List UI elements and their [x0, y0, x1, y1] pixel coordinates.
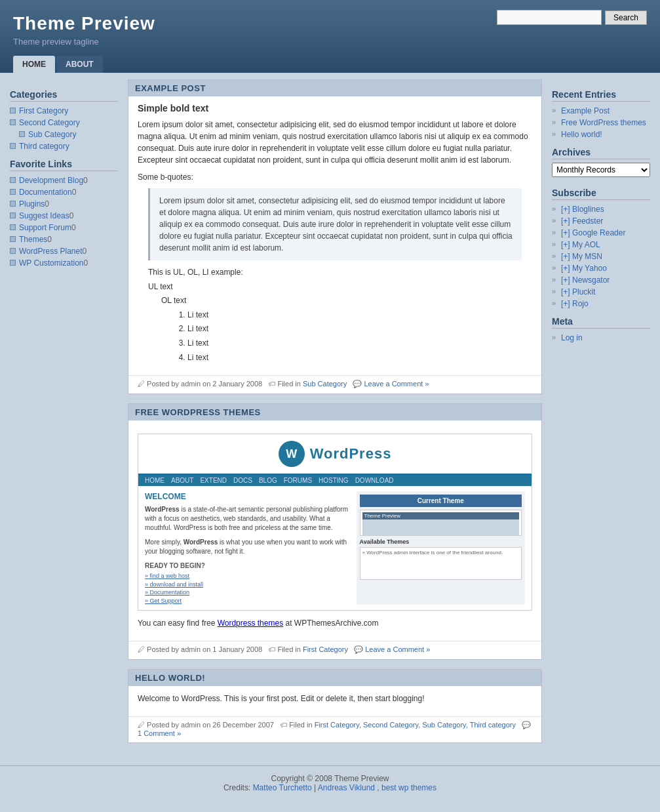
- wp-nav-home: HOME: [145, 477, 165, 484]
- wp-link-documentation[interactable]: » Documentation: [145, 588, 351, 597]
- wp-logo-bar: W WordPress: [138, 434, 532, 475]
- sidebar-link-development[interactable]: Development Blog0: [10, 174, 118, 186]
- nav-about[interactable]: ABOUT: [56, 56, 103, 73]
- subscribe-my-msn[interactable]: [+] My MSN: [552, 251, 650, 262]
- post-title-bar-3: HELLO WORLD!: [128, 670, 541, 686]
- sidebar-link-suggest[interactable]: Suggest Ideas0: [10, 210, 118, 222]
- recent-entry-2[interactable]: Free WordPress themes: [552, 117, 650, 129]
- post-category-link-2[interactable]: First Category: [303, 645, 348, 653]
- wp-nav-forums: FORUMS: [284, 477, 312, 484]
- wp-welcome-title: WELCOME: [145, 491, 351, 502]
- post-category-link-1[interactable]: Sub Category: [303, 380, 347, 388]
- post-body-text-3: Welcome to WordPress. This is your first…: [138, 693, 532, 704]
- post-meta-1: 🖊 Posted by admin on 2 January 2008 🏷 Fi…: [128, 375, 541, 394]
- sidebar-link-documentation[interactable]: Documentation0: [10, 186, 118, 198]
- subscribe-newsgator[interactable]: [+] Newsgator: [552, 274, 650, 286]
- footer-credits: Credits: Matteo Turchetto | Andreas Vikl…: [8, 783, 652, 792]
- post-body-1: Simple bold text Lorem ipsum dolor sit a…: [128, 96, 541, 375]
- main-content: EXAMPLE POST Simple bold text Lorem ipsu…: [121, 79, 549, 752]
- nav: HOME ABOUT: [13, 56, 647, 73]
- sidebar-link-plugins[interactable]: Plugins0: [10, 198, 118, 210]
- post-body-text-2: You can easy find free Wordpress themes …: [138, 617, 532, 629]
- sidebar-link-wp-planet[interactable]: WordPress Planet0: [10, 245, 118, 257]
- post-author-date-1: Posted by admin on 2 January 2008: [147, 380, 262, 388]
- search-button[interactable]: Search: [605, 10, 647, 25]
- header: Search Theme Preview Theme preview tagli…: [0, 0, 660, 73]
- post-example: EXAMPLE POST Simple bold text Lorem ipsu…: [128, 79, 542, 394]
- post-title-bar-1: EXAMPLE POST: [128, 80, 541, 96]
- wp-screenshot: W WordPress HOME ABOUT EXTEND DOCS BLOG …: [138, 434, 532, 611]
- sidebar-link-themes[interactable]: Themes0: [10, 233, 118, 245]
- credits-prefix: Credits:: [223, 783, 250, 792]
- footer-copyright: Copyright © 2008 Theme Preview: [8, 774, 652, 783]
- post-comment-link-2[interactable]: Leave a Comment »: [365, 645, 430, 653]
- wp-available-themes-list: » WordPress admin interface is one of th…: [360, 547, 522, 580]
- ol-container: OL text Li text Li text Li text Li text: [148, 294, 532, 365]
- recent-entry-1[interactable]: Example Post: [552, 105, 650, 117]
- wp-link-download[interactable]: » download and install: [145, 580, 351, 589]
- list-item: Li text: [187, 351, 532, 365]
- wp-ready-section: READY TO BEGIN?: [145, 561, 351, 571]
- subscribe-my-aol[interactable]: [+] My AOL: [552, 239, 650, 251]
- wp-description: WordPress is a state-of-the-art semantic…: [145, 505, 351, 533]
- sidebar-link-support[interactable]: Support Forum0: [10, 222, 118, 233]
- wp-nav-blog: BLOG: [259, 477, 277, 484]
- post-category-link-3[interactable]: First Category, Second Category, Sub Cat…: [315, 721, 516, 729]
- post-comment-link-1[interactable]: Leave a Comment »: [364, 380, 429, 388]
- credits-matteo[interactable]: Matteo Turchetto: [253, 783, 312, 792]
- wp-logo: W WordPress: [279, 441, 392, 467]
- search-bar[interactable]: Search: [497, 10, 647, 25]
- wp-link-get-support[interactable]: » Get Support: [145, 597, 351, 605]
- sidebar-item-sub-category[interactable]: Sub Category: [10, 129, 118, 140]
- credits-best-wp[interactable]: best wp themes: [381, 783, 437, 792]
- archives-select[interactable]: Monthly Records: [552, 163, 650, 177]
- subscribe-title: Subscribe: [552, 188, 650, 200]
- wp-available-themes-label: Available Themes: [360, 538, 522, 545]
- search-input[interactable]: [497, 10, 602, 25]
- right-sidebar: Recent Entries Example Post Free WordPre…: [549, 79, 653, 752]
- wp-description-2: More simply, WordPress is what you use w…: [145, 538, 351, 556]
- wp-nav-about: ABOUT: [171, 477, 193, 484]
- post-comment-link-3[interactable]: 1 Comment »: [138, 729, 181, 737]
- sidebar-item-second-category[interactable]: Second Category: [10, 117, 118, 129]
- wp-nav-docs: DOCS: [233, 477, 252, 484]
- ul-label: UL text: [148, 282, 173, 291]
- wp-theme-preview: Theme Preview: [360, 510, 522, 536]
- wp-content-area: WELCOME WordPress is a state-of-the-art …: [138, 486, 532, 610]
- wp-link-web-host[interactable]: » find a web host: [145, 572, 351, 580]
- archives-title: Archives: [552, 147, 650, 159]
- wordpress-themes-link[interactable]: Wordpress themes: [218, 619, 283, 628]
- wordpress-icon: W: [279, 441, 305, 467]
- wordpress-logo-text: WordPress: [310, 445, 392, 462]
- post-hello-world: HELLO WORLD! Welcome to WordPress. This …: [128, 669, 542, 743]
- main-wrapper: Categories First Category Second Categor…: [0, 73, 660, 759]
- favorite-links-title: Favorite Links: [10, 159, 118, 171]
- ul-intro: This is UL, OL, LI example:: [148, 268, 243, 277]
- sidebar-item-first-category[interactable]: First Category: [10, 105, 118, 117]
- subscribe-my-yahoo[interactable]: [+] My Yahoo: [552, 262, 650, 274]
- footer: Copyright © 2008 Theme Preview Credits: …: [0, 765, 660, 800]
- wp-nav-bar: HOME ABOUT EXTEND DOCS BLOG FORUMS HOSTI…: [138, 475, 532, 486]
- nav-home[interactable]: HOME: [13, 56, 55, 73]
- wp-left-col: WELCOME WordPress is a state-of-the-art …: [145, 491, 351, 605]
- site-tagline: Theme preview tagline: [13, 37, 647, 47]
- wp-nav-hosting: HOSTING: [319, 477, 349, 484]
- sidebar-link-wp-customization[interactable]: WP Customization0: [10, 257, 118, 269]
- post-author-date-3: Posted by admin on 26 December 2007: [147, 721, 274, 729]
- list-item: Li text: [187, 336, 532, 351]
- list-item: Li text: [187, 322, 532, 336]
- sidebar-item-third-category[interactable]: Third category: [10, 140, 118, 152]
- list-item: Li text: [187, 308, 532, 323]
- credits-andreas[interactable]: Andreas Viklund: [318, 783, 375, 792]
- recent-entry-3[interactable]: Hello world!: [552, 129, 650, 140]
- meta-login[interactable]: Log in: [552, 332, 650, 344]
- subscribe-bloglines[interactable]: [+] Bloglines: [552, 203, 650, 215]
- ol-list: Li text Li text Li text Li text: [174, 308, 532, 365]
- subscribe-feedster[interactable]: [+] Feedster: [552, 215, 650, 227]
- subscribe-google-reader[interactable]: [+] Google Reader: [552, 227, 650, 239]
- subscribe-pluckit[interactable]: [+] Pluckit: [552, 286, 650, 298]
- post-blockquote-1: Lorem ipsum dolor sit amet, consectetur …: [148, 188, 522, 260]
- subscribe-rojo[interactable]: [+] Rojo: [552, 298, 650, 310]
- post-heading-1: Simple bold text: [138, 103, 532, 113]
- ol-label: OL text: [161, 296, 186, 305]
